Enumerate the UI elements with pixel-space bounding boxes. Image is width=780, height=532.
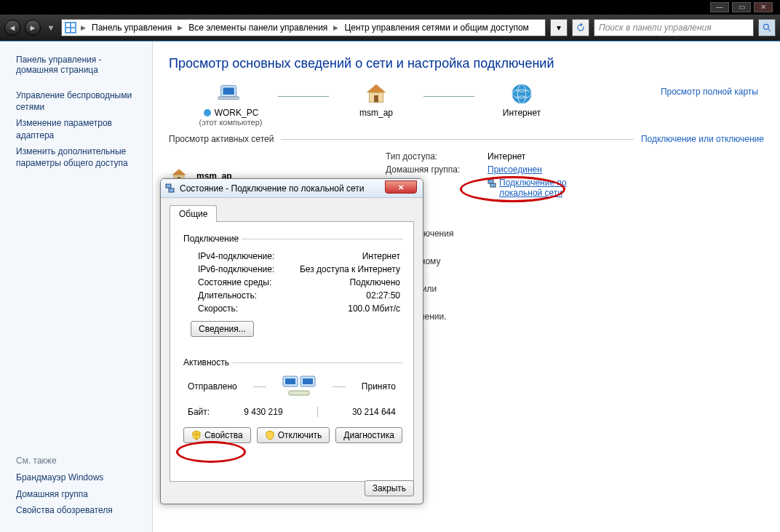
connect-disconnect-link[interactable]: Подключение или отключение bbox=[641, 134, 764, 144]
svg-line-6 bbox=[768, 28, 771, 31]
svg-rect-2 bbox=[71, 23, 75, 27]
svg-rect-22 bbox=[166, 184, 171, 188]
active-networks-section: Просмотр активных сетей Подключение или … bbox=[169, 134, 764, 144]
svg-rect-4 bbox=[71, 28, 75, 32]
refresh-button[interactable] bbox=[572, 19, 589, 36]
sidebar-home[interactable]: Панель управления - домашняя страница bbox=[16, 55, 142, 75]
shield-icon bbox=[191, 430, 202, 440]
network-node-this-pc: WORK_PC (этот компьютер) bbox=[183, 80, 278, 127]
svg-rect-1 bbox=[66, 23, 70, 27]
close-button[interactable]: Закрыть bbox=[365, 480, 414, 496]
network-node-internet: Интернет bbox=[474, 80, 569, 127]
network-connector bbox=[423, 96, 474, 97]
group-activity-label: Активность bbox=[180, 357, 232, 368]
network-icon bbox=[165, 183, 175, 194]
detail-value: Интернет bbox=[488, 151, 525, 162]
nav-forward-button[interactable]: ► bbox=[25, 20, 41, 36]
address-dropdown-button[interactable]: ▾ bbox=[550, 19, 568, 36]
sidebar-link-sharing[interactable]: Изменить дополнительные параметры общего… bbox=[16, 146, 142, 169]
bytes-received: 30 214 644 bbox=[352, 407, 396, 417]
svg-marker-17 bbox=[172, 169, 186, 175]
explorer-navbar: ◄ ► ▼ ▶ Панель управления ▶ Все элементы… bbox=[0, 15, 780, 41]
sidebar-link-firewall[interactable]: Брандмауэр Windows bbox=[16, 472, 142, 483]
nav-back-button[interactable]: ◄ bbox=[4, 20, 20, 36]
dialog-titlebar[interactable]: Состояние - Подключение по локальной сет… bbox=[161, 179, 423, 198]
group-connection-label: Подключение bbox=[180, 234, 242, 244]
sidebar-link-wireless[interactable]: Управление беспроводными сетями bbox=[16, 90, 142, 113]
kv-value: 100.0 Мбит/с bbox=[348, 303, 400, 314]
see-also-header: См. также bbox=[16, 456, 142, 466]
breadcrumb-item[interactable]: Центр управления сетями и общим доступом bbox=[340, 20, 533, 36]
maximize-button[interactable]: ▭ bbox=[732, 2, 751, 12]
detail-key: Домашняя группа: bbox=[386, 164, 488, 175]
house-icon bbox=[362, 80, 390, 108]
dialog-title: Состояние - Подключение по локальной сет… bbox=[180, 183, 365, 194]
svg-rect-23 bbox=[169, 188, 174, 192]
chevron-right-icon: ▶ bbox=[176, 24, 184, 31]
dialog-close-button[interactable]: ✕ bbox=[385, 180, 417, 194]
node-label: Интернет bbox=[503, 108, 541, 118]
svg-rect-8 bbox=[223, 87, 234, 95]
sidebar-link-adapter[interactable]: Изменение параметров адаптера bbox=[16, 117, 142, 140]
svg-rect-27 bbox=[303, 378, 313, 384]
details-button[interactable]: Сведения... bbox=[191, 321, 254, 337]
view-full-map-link[interactable]: Просмотр полной карты bbox=[661, 87, 758, 97]
sidebar-link-homegroup[interactable]: Домашняя группа bbox=[16, 488, 142, 500]
computer-icon bbox=[217, 80, 244, 108]
svg-rect-3 bbox=[66, 28, 70, 32]
chevron-right-icon: ▶ bbox=[79, 24, 87, 31]
received-label: Принято bbox=[362, 381, 396, 392]
network-node-router: msm_ap bbox=[329, 80, 423, 127]
address-bar[interactable]: ▶ Панель управления ▶ Все элементы панел… bbox=[61, 19, 546, 36]
svg-rect-13 bbox=[374, 95, 378, 103]
kv-value: Интернет bbox=[362, 251, 400, 261]
node-label: WORK_PC bbox=[215, 108, 259, 118]
chevron-right-icon: ▶ bbox=[332, 24, 340, 31]
search-input[interactable]: Поиск в панели управления bbox=[594, 19, 754, 36]
network-icon bbox=[488, 179, 496, 188]
kv-key: Скорость: bbox=[198, 303, 238, 314]
kv-key: IPv6-подключение: bbox=[198, 264, 274, 274]
kv-value: Подключено bbox=[350, 277, 400, 287]
window-close-button[interactable]: ✕ bbox=[754, 2, 773, 12]
disable-button[interactable]: Отключить bbox=[257, 427, 330, 443]
diagnose-button[interactable]: Диагностика bbox=[335, 427, 402, 443]
search-button[interactable] bbox=[758, 19, 776, 36]
svg-marker-11 bbox=[367, 84, 386, 92]
homegroup-link[interactable]: Присоединен bbox=[488, 164, 542, 175]
dialog-panel: Подключение IPv4-подключение:Интернет IP… bbox=[170, 221, 414, 482]
node-label: msm_ap bbox=[359, 108, 393, 118]
detail-key: Тип доступа: bbox=[386, 151, 488, 162]
sent-label: Отправлено bbox=[188, 381, 237, 392]
svg-rect-9 bbox=[218, 97, 239, 100]
breadcrumb-item[interactable]: Панель управления bbox=[87, 20, 176, 36]
tab-general[interactable]: Общие bbox=[170, 205, 217, 222]
lan-connection-link[interactable]: Подключение по локальной сети bbox=[488, 178, 567, 198]
network-connector bbox=[278, 96, 329, 97]
sidebar: Панель управления - домашняя страница Уп… bbox=[0, 41, 153, 532]
shield-icon bbox=[265, 430, 275, 440]
node-sublabel: (этот компьютер) bbox=[199, 118, 262, 127]
control-panel-icon bbox=[62, 19, 79, 36]
section-label: Просмотр активных сетей bbox=[169, 134, 274, 144]
bytes-sent: 9 430 219 bbox=[244, 407, 282, 417]
activity-computers-icon bbox=[282, 373, 317, 400]
search-placeholder: Поиск в панели управления bbox=[599, 23, 712, 33]
svg-rect-25 bbox=[285, 378, 295, 384]
globe-icon bbox=[508, 80, 536, 108]
bytes-label: Байт: bbox=[188, 407, 210, 417]
svg-point-10 bbox=[204, 109, 211, 116]
svg-rect-28 bbox=[289, 391, 309, 395]
nav-history-dropdown[interactable]: ▼ bbox=[45, 20, 57, 36]
kv-value: Без доступа к Интернету bbox=[300, 264, 400, 274]
minimize-button[interactable]: — bbox=[710, 2, 729, 12]
svg-rect-20 bbox=[488, 180, 493, 183]
network-icon bbox=[203, 108, 212, 117]
breadcrumb-item[interactable]: Все элементы панели управления bbox=[184, 20, 332, 36]
kv-key: Длительность: bbox=[198, 290, 257, 301]
page-title: Просмотр основных сведений о сети и наст… bbox=[169, 56, 764, 71]
sidebar-link-inetprops[interactable]: Свойства обозревателя bbox=[16, 504, 142, 516]
properties-button[interactable]: Свойства bbox=[183, 427, 251, 443]
connection-status-dialog: Состояние - Подключение по локальной сет… bbox=[160, 178, 423, 504]
kv-key: IPv4-подключение: bbox=[198, 251, 274, 261]
